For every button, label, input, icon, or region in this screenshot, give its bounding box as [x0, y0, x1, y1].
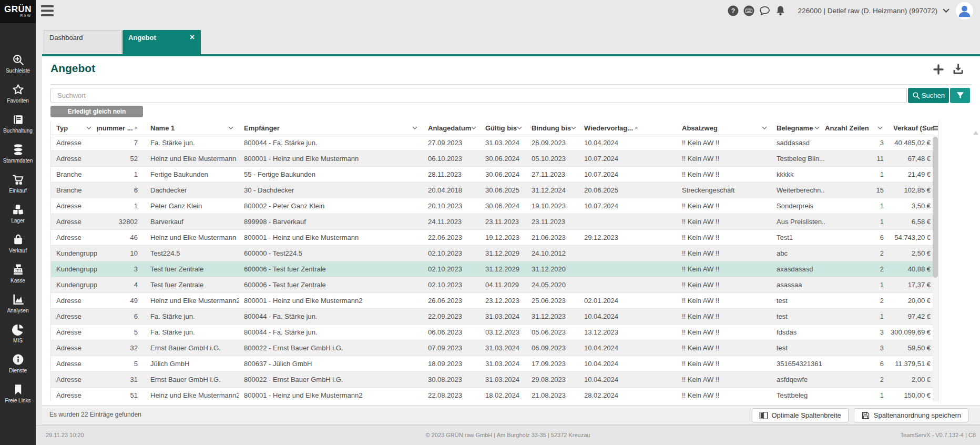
cell-typ: Adresse [51, 340, 97, 356]
sidebar-item-suchleiste[interactable]: Suchleiste [0, 48, 36, 78]
chevron-down-icon[interactable] [471, 126, 476, 130]
chevron-down-icon[interactable] [814, 126, 820, 130]
cell-belegnummer: 6 [97, 183, 144, 198]
column-header-name1[interactable]: Name 1 [144, 121, 239, 135]
table-row[interactable]: Adresse6Fa. Stärke jun.800044 - Fa. Stär… [51, 309, 934, 325]
sidebar-item-kasse[interactable]: Kasse [0, 258, 36, 288]
chevron-down-icon[interactable] [877, 126, 883, 130]
table-row[interactable]: Kundengruppe10Test224.5600000 - Test224.… [51, 246, 934, 261]
cell-anzahl_zeilen: 6 [825, 356, 888, 371]
table-row[interactable]: Kundengruppe3Test fuer Zentrale600006 - … [51, 261, 934, 277]
sidebar-item-mis[interactable]: MIS [0, 318, 36, 348]
scrollbar-thumb[interactable] [933, 137, 938, 278]
table-row[interactable]: Adresse5Fa. Stärke jun.800044 - Fa. Stär… [51, 325, 934, 340]
column-menu-icon[interactable] [933, 121, 938, 135]
column-header-anlagedatum[interactable]: Anlagedatum [423, 121, 478, 135]
cell-anlagedatum: 02.10.2023 [423, 246, 478, 261]
column-header-absatzweg[interactable]: Absatzweg [678, 121, 772, 135]
sidebar-item-buchhaltung[interactable]: Buchhaltung [0, 108, 36, 138]
table-row[interactable]: Adresse5Jülich GmbH800637 - Jülich GmbH1… [51, 356, 934, 372]
chevron-down-icon[interactable] [571, 126, 576, 130]
sidebar-item-dienste[interactable]: Dienste [0, 348, 36, 378]
table-row[interactable]: Adresse51Heinz und Elke Mustermann280000… [51, 388, 934, 401]
sidebar-item-label: Lager [11, 218, 25, 224]
column-header-belegname[interactable]: Belegname [772, 121, 825, 135]
search-input[interactable] [50, 88, 907, 103]
sidebar-item-favoriten[interactable]: Favoriten [0, 78, 36, 108]
cell-anlagedatum: 06.10.2023 [423, 151, 478, 166]
cell-anlagedatum: 30.08.2023 [423, 372, 478, 387]
filter-button[interactable] [950, 88, 970, 103]
table-row[interactable]: Adresse52Heinz und Elke Mustermann800001… [51, 151, 934, 167]
sidebar-item-stammdaten[interactable]: Stammdaten [0, 138, 36, 168]
sidebar-item-verkauf[interactable]: Verkauf [0, 228, 36, 258]
scroll-up-arrow[interactable] [973, 131, 978, 135]
cell-anzahl_zeilen: 3 [825, 340, 888, 356]
grid-body: Adresse7Fa. Stärke jun.800044 - Fa. Stär… [51, 135, 938, 401]
cell-anlagedatum: 22.09.2023 [423, 309, 478, 324]
status-version: TeamServX - V0.7.132-4 | C8 [901, 426, 976, 444]
cell-belegname: kkkkk [772, 167, 825, 182]
save-column-layout-button[interactable]: Spaltenanordnung speichern [854, 408, 968, 422]
add-icon[interactable] [932, 63, 945, 76]
sidebar-item-analysen[interactable]: Analysen [0, 288, 36, 318]
keyboard-icon[interactable] [743, 5, 755, 17]
chevron-down-icon[interactable] [762, 126, 767, 130]
download-icon[interactable] [951, 62, 965, 76]
table-row[interactable]: Branche6Dachdecker30 - Dachdecker20.04.2… [51, 183, 934, 198]
column-header-empfaenger[interactable]: Empfänger [239, 121, 423, 135]
column-header-belegnummer[interactable]: Belegnummer ...× [97, 121, 144, 135]
table-row[interactable]: Adresse32802Barverkauf899998 - Barverkau… [51, 214, 934, 230]
chat-icon[interactable] [759, 5, 771, 17]
chevron-down-icon[interactable] [228, 126, 233, 130]
avatar[interactable] [956, 2, 973, 19]
user-account-label[interactable]: 226000 | Detlef raw (D. Heizmann) (99707… [798, 7, 937, 15]
sort-clear-icon[interactable]: × [635, 125, 638, 131]
chevron-down-icon[interactable] [412, 126, 417, 130]
close-icon[interactable]: × [190, 33, 195, 42]
table-row[interactable]: Adresse49Heinz und Elke Mustermann280000… [51, 293, 934, 309]
cell-bindung_bis: 05.06.2023 [525, 325, 578, 340]
column-header-anzahl_zeilen[interactable]: Anzahl Zeilen [825, 121, 888, 135]
cell-absatzweg: !! Kein AW !! [678, 135, 772, 150]
sidebar-item-lager[interactable]: Lager [0, 198, 36, 228]
search-button[interactable]: Suchen [908, 88, 949, 103]
column-header-label: Belegname [777, 124, 813, 132]
table-row[interactable]: Adresse1Peter Ganz Klein800002 - Peter G… [51, 198, 934, 214]
sidebar-item-freie-links[interactable]: Freie Links [0, 378, 36, 408]
tab-dashboard[interactable]: Dashboard [44, 30, 122, 54]
menu-icon[interactable] [41, 5, 54, 16]
cell-empfaenger: 800044 - Fa. Stärke jun. [239, 135, 423, 150]
column-header-verkauf[interactable]: Verkauf (Sum [888, 121, 934, 135]
tab-angebot[interactable]: Angebot× [122, 30, 201, 54]
cell-empfaenger: 800002 - Peter Ganz Klein [239, 198, 423, 214]
sidebar-item-einkauf[interactable]: Einkauf [0, 168, 36, 198]
brand-logo[interactable]: GRÜN raw [0, 0, 36, 23]
column-header-wiedervorlage[interactable]: Wiedervorlag...× [578, 121, 678, 135]
column-header-typ[interactable]: Typ [51, 121, 97, 135]
grid-scroll-column [933, 121, 938, 401]
table-row[interactable]: Kundengruppe4Test fuer Zentrale600006 - … [51, 277, 934, 293]
vertical-scrollbar[interactable] [933, 136, 938, 401]
filter-chip[interactable]: Erledigt gleich nein [50, 106, 143, 117]
table-row[interactable]: Branche1Fertige Baukunden55 - Fertige Ba… [51, 167, 934, 183]
table-row[interactable]: Adresse7Fa. Stärke jun.800044 - Fa. Stär… [51, 135, 934, 151]
optimal-column-width-button[interactable]: Optimale Spaltenbreite [752, 408, 849, 422]
cell-belegname: Sonderpreis [772, 198, 825, 214]
chevron-down-icon[interactable] [517, 126, 522, 130]
help-icon[interactable]: ? [727, 5, 739, 17]
column-header-bindung_bis[interactable]: Bindung bis [525, 121, 578, 135]
sort-clear-icon[interactable]: × [135, 125, 138, 131]
table-row[interactable]: Adresse32Ernst Bauer GmbH i.G.800022 - E… [51, 340, 934, 356]
notifications-icon[interactable] [774, 5, 787, 17]
chevron-down-icon[interactable] [86, 126, 91, 130]
chevron-down-icon[interactable] [943, 8, 950, 13]
cell-name1: Test224.5 [144, 246, 239, 261]
table-row[interactable]: Adresse46Heinz und Elke Mustermann800001… [51, 230, 934, 246]
cell-bindung_bis: 19.10.2023 [525, 198, 578, 214]
cell-anzahl_zeilen: 1 [825, 167, 888, 182]
cell-belegnummer: 52 [97, 151, 144, 166]
cell-bindung_bis: 21.06.2023 [525, 230, 578, 245]
column-header-gueltig_bis[interactable]: Gültig bis [478, 121, 525, 135]
table-row[interactable]: Adresse31Ernst Bauer GmbH i.G.800022 - E… [51, 372, 934, 388]
